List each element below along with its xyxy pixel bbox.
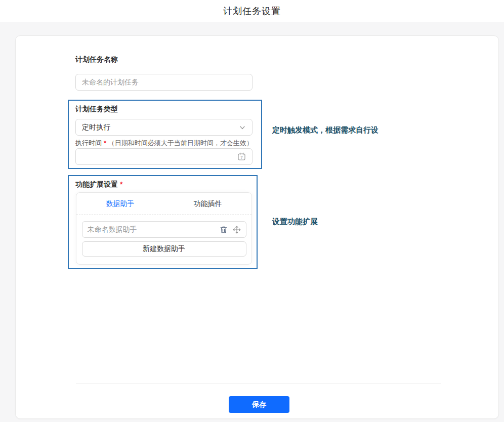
footer-divider: [76, 384, 441, 384]
exec-time-note: （日期和时间必须大于当前日期时间，才会生效）: [108, 139, 253, 147]
exec-time-note-row: 执行时间* （日期和时间必须大于当前日期时间，才会生效）: [75, 139, 253, 148]
task-type-select[interactable]: 定时执行: [75, 119, 253, 136]
extension-tabs: 数据助手 功能插件: [76, 193, 251, 215]
annotation-extension: 设置功能扩展: [272, 217, 318, 227]
move-icon[interactable]: [233, 226, 241, 234]
exec-time-label: 执行时间: [75, 139, 102, 147]
task-type-label: 计划任务类型: [75, 105, 118, 114]
trash-icon[interactable]: [220, 226, 228, 234]
tab-data-assistant[interactable]: 数据助手: [76, 193, 164, 215]
required-asterisk: *: [104, 139, 106, 147]
save-button-label: 保存: [252, 400, 266, 409]
task-name-input[interactable]: 未命名的计划任务: [75, 74, 253, 91]
new-assistant-button-label: 新建数据助手: [143, 244, 185, 254]
tab-function-plugin[interactable]: 功能插件: [164, 193, 251, 215]
assistant-item-actions: [220, 226, 241, 234]
extension-label-row: 功能扩展设置*: [75, 180, 122, 189]
chevron-down-icon: [239, 124, 246, 131]
exec-time-date-input[interactable]: 7: [75, 148, 253, 165]
tab-function-plugin-label: 功能插件: [194, 199, 222, 208]
extension-panel: 数据助手 功能插件 未命名数据助手: [76, 192, 252, 265]
assistant-item-text: 未命名数据助手: [88, 225, 220, 234]
tab-data-assistant-label: 数据助手: [106, 199, 135, 208]
assistant-item-input[interactable]: 未命名数据助手: [82, 221, 246, 238]
task-type-selected-value: 定时执行: [82, 123, 110, 132]
task-name-label: 计划任务名称: [75, 55, 118, 64]
page-header: 计划任务设置: [0, 0, 504, 22]
svg-text:7: 7: [240, 155, 243, 160]
save-button[interactable]: 保存: [229, 396, 289, 413]
new-assistant-button[interactable]: 新建数据助手: [82, 241, 246, 257]
task-name-input-text: 未命名的计划任务: [82, 78, 139, 87]
page-title: 计划任务设置: [223, 5, 281, 17]
extension-label: 功能扩展设置: [75, 180, 118, 188]
calendar-icon[interactable]: 7: [237, 152, 246, 161]
annotation-task-type: 定时触发模式，根据需求自行设: [272, 125, 379, 135]
required-asterisk: *: [120, 180, 122, 188]
settings-card: 计划任务名称 未命名的计划任务 计划任务类型 定时执行 执行时间* （日期和时间…: [15, 35, 499, 419]
